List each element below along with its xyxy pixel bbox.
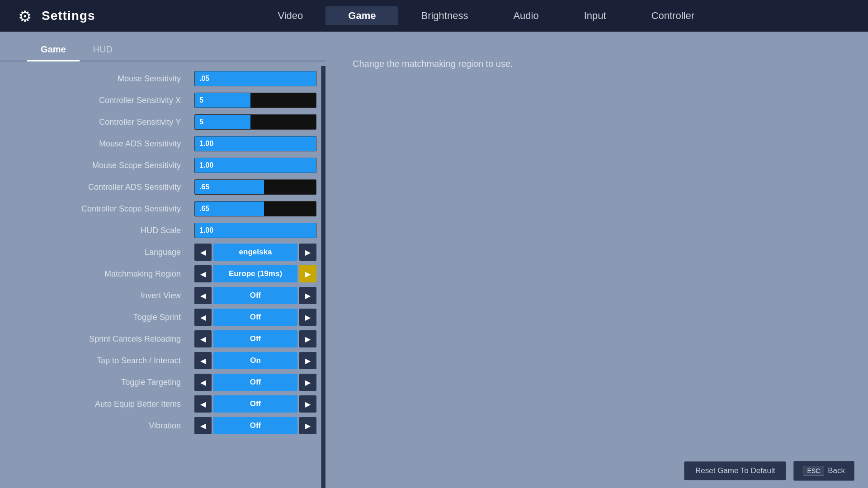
arrow-left-vibration[interactable]: ◀ <box>194 417 212 434</box>
selector-matchmaking-region: ◀ Europe (19ms) ▶ <box>194 265 316 282</box>
row-language: Language ◀ engelska ▶ <box>0 241 326 263</box>
slider-fill-controller-ads-sensitivity: .65 <box>195 180 264 194</box>
right-panel: Change the matchmaking region to use. <box>326 32 868 488</box>
label-controller-scope-sensitivity: Controller Scope Sensitivity <box>27 204 190 214</box>
label-language: Language <box>27 248 190 257</box>
arrow-left-invert-view[interactable]: ◀ <box>194 287 212 304</box>
arrow-left-auto-equip-better-items[interactable]: ◀ <box>194 395 212 413</box>
slider-hud-scale[interactable]: 1.00 <box>194 223 316 238</box>
left-panel: Game HUD Mouse Sensitivity .05 Controlle… <box>0 32 326 488</box>
row-mouse-sensitivity: Mouse Sensitivity .05 <box>0 68 326 89</box>
label-controller-sensitivity-y: Controller Sensitivity Y <box>27 117 190 127</box>
back-label: Back <box>828 466 845 475</box>
header: ⚙ Settings Video Game Brightness Audio I… <box>0 0 868 32</box>
row-matchmaking-region: Matchmaking Region ◀ Europe (19ms) ▶ <box>0 263 326 285</box>
value-sprint-cancels-reloading: Off <box>213 330 297 347</box>
row-controller-sensitivity-x: Controller Sensitivity X 5 <box>0 89 326 111</box>
slider-mouse-sensitivity[interactable]: .05 <box>194 71 316 86</box>
tab-controller[interactable]: Controller <box>629 6 717 25</box>
arrow-right-matchmaking-region[interactable]: ▶ <box>299 265 316 282</box>
selector-toggle-targeting: ◀ Off ▶ <box>194 374 316 391</box>
row-hud-scale: HUD Scale 1.00 <box>0 220 326 241</box>
row-mouse-scope-sensitivity: Mouse Scope Sensitivity 1.00 <box>0 155 326 176</box>
slider-fill-controller-sensitivity-x: 5 <box>195 93 250 108</box>
arrow-right-tap-to-search-interact[interactable]: ▶ <box>299 352 316 369</box>
label-toggle-targeting: Toggle Targeting <box>27 378 190 387</box>
settings-list: Mouse Sensitivity .05 Controller Sensiti… <box>0 66 326 438</box>
slider-fill-mouse-ads-sensitivity: 1.00 <box>195 136 316 151</box>
arrow-right-vibration[interactable]: ▶ <box>299 417 316 434</box>
selector-auto-equip-better-items: ◀ Off ▶ <box>194 395 316 413</box>
arrow-left-matchmaking-region[interactable]: ◀ <box>194 265 212 282</box>
tab-audio[interactable]: Audio <box>491 6 561 25</box>
row-toggle-targeting: Toggle Targeting ◀ Off ▶ <box>0 371 326 393</box>
label-matchmaking-region: Matchmaking Region <box>27 269 190 279</box>
row-auto-equip-better-items: Auto Equip Better Items ◀ Off ▶ <box>0 393 326 415</box>
esc-badge: ESC <box>803 466 824 476</box>
arrow-left-toggle-sprint[interactable]: ◀ <box>194 309 212 326</box>
arrow-left-tap-to-search-interact[interactable]: ◀ <box>194 352 212 369</box>
row-tap-to-search-interact: Tap to Search / Interact ◀ On ▶ <box>0 350 326 371</box>
sub-tabs: Game HUD <box>0 41 326 61</box>
reset-game-button[interactable]: Reset Game To Default <box>684 461 786 480</box>
row-mouse-ads-sensitivity: Mouse ADS Sensitivity 1.00 <box>0 133 326 155</box>
back-button[interactable]: ESC Back <box>793 461 854 481</box>
app-title: Settings <box>42 9 95 23</box>
tab-input[interactable]: Input <box>561 6 629 25</box>
tab-video[interactable]: Video <box>255 6 326 25</box>
label-mouse-scope-sensitivity: Mouse Scope Sensitivity <box>27 161 190 170</box>
subtab-hud[interactable]: HUD <box>80 41 126 61</box>
slider-controller-sensitivity-y[interactable]: 5 <box>194 114 316 130</box>
value-auto-equip-better-items: Off <box>213 395 297 413</box>
value-vibration: Off <box>213 417 297 434</box>
arrow-left-language[interactable]: ◀ <box>194 244 212 261</box>
label-toggle-sprint: Toggle Sprint <box>27 313 190 322</box>
slider-mouse-ads-sensitivity[interactable]: 1.00 <box>194 136 316 151</box>
label-tap-to-search-interact: Tap to Search / Interact <box>27 356 190 366</box>
selector-vibration: ◀ Off ▶ <box>194 417 316 434</box>
selector-language: ◀ engelska ▶ <box>194 244 316 261</box>
scrollbar[interactable] <box>321 66 326 488</box>
tab-brightness[interactable]: Brightness <box>398 6 491 25</box>
value-tap-to-search-interact: On <box>213 352 297 369</box>
row-controller-sensitivity-y: Controller Sensitivity Y 5 <box>0 111 326 133</box>
label-hud-scale: HUD Scale <box>27 226 190 235</box>
description-text: Change the matchmaking region to use. <box>353 59 841 69</box>
slider-controller-sensitivity-x[interactable]: 5 <box>194 93 316 108</box>
label-mouse-ads-sensitivity: Mouse ADS Sensitivity <box>27 139 190 149</box>
label-invert-view: Invert View <box>27 291 190 300</box>
row-sprint-cancels-reloading: Sprint Cancels Reloading ◀ Off ▶ <box>0 328 326 350</box>
arrow-right-toggle-targeting[interactable]: ▶ <box>299 374 316 391</box>
arrow-right-invert-view[interactable]: ▶ <box>299 287 316 304</box>
label-auto-equip-better-items: Auto Equip Better Items <box>27 399 190 409</box>
slider-controller-ads-sensitivity[interactable]: .65 <box>194 179 316 195</box>
arrow-left-sprint-cancels-reloading[interactable]: ◀ <box>194 330 212 347</box>
selector-sprint-cancels-reloading: ◀ Off ▶ <box>194 330 316 347</box>
bottom-bar: Reset Game To Default ESC Back <box>670 454 868 488</box>
label-controller-ads-sensitivity: Controller ADS Sensitivity <box>27 183 190 192</box>
slider-mouse-scope-sensitivity[interactable]: 1.00 <box>194 158 316 173</box>
arrow-right-language[interactable]: ▶ <box>299 244 316 261</box>
value-language: engelska <box>213 244 297 261</box>
row-controller-scope-sensitivity: Controller Scope Sensitivity .65 <box>0 198 326 220</box>
main-content: Game HUD Mouse Sensitivity .05 Controlle… <box>0 32 868 488</box>
value-invert-view: Off <box>213 287 297 304</box>
selector-tap-to-search-interact: ◀ On ▶ <box>194 352 316 369</box>
label-mouse-sensitivity: Mouse Sensitivity <box>27 74 190 84</box>
arrow-right-toggle-sprint[interactable]: ▶ <box>299 309 316 326</box>
row-controller-ads-sensitivity: Controller ADS Sensitivity .65 <box>0 176 326 198</box>
gear-icon: ⚙ <box>18 7 35 24</box>
label-sprint-cancels-reloading: Sprint Cancels Reloading <box>27 334 190 344</box>
slider-fill-mouse-scope-sensitivity: 1.00 <box>195 158 316 173</box>
arrow-right-sprint-cancels-reloading[interactable]: ▶ <box>299 330 316 347</box>
slider-fill-mouse-sensitivity: .05 <box>195 71 316 86</box>
arrow-right-auto-equip-better-items[interactable]: ▶ <box>299 395 316 413</box>
arrow-left-toggle-targeting[interactable]: ◀ <box>194 374 212 391</box>
label-controller-sensitivity-x: Controller Sensitivity X <box>27 96 190 105</box>
selector-invert-view: ◀ Off ▶ <box>194 287 316 304</box>
value-toggle-sprint: Off <box>213 309 297 326</box>
slider-controller-scope-sensitivity[interactable]: .65 <box>194 201 316 216</box>
slider-fill-hud-scale: 1.00 <box>195 223 316 238</box>
tab-game[interactable]: Game <box>326 6 398 25</box>
subtab-game[interactable]: Game <box>27 41 80 61</box>
